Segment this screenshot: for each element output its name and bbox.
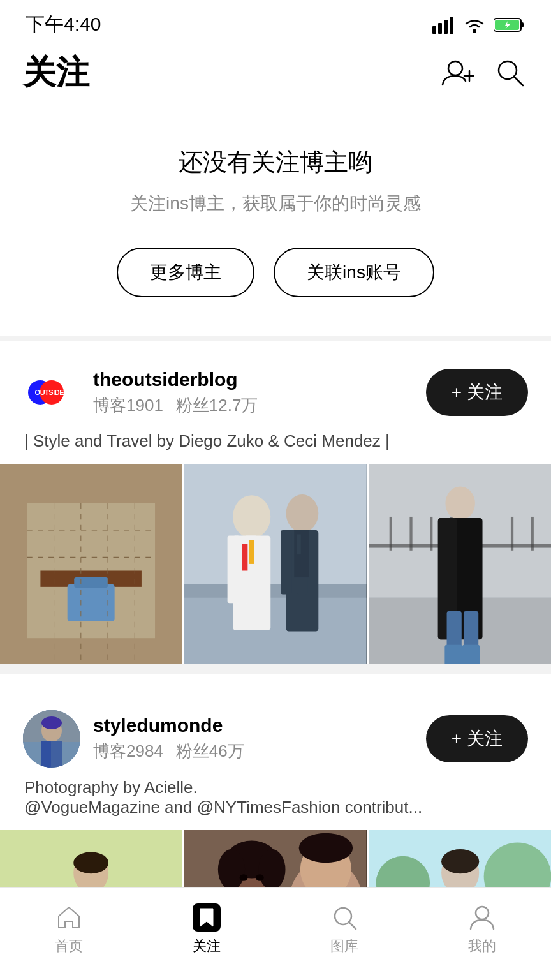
add-user-button[interactable] [439, 56, 477, 90]
blogger-fans-1: 粉丝46万 [176, 740, 244, 762]
svg-rect-1 [438, 23, 442, 34]
bottom-nav: 首页 关注 图库 我的 [0, 887, 551, 980]
blogger-posts-1: 博客2984 [93, 740, 163, 762]
svg-point-103 [476, 907, 489, 919]
svg-point-79 [259, 849, 286, 889]
svg-point-27 [233, 495, 270, 538]
blogger-name-row-0: theoutsiderblog 博客1901 粉丝12.7万 [93, 369, 258, 417]
svg-rect-17 [74, 577, 108, 588]
status-time: 下午4:40 [26, 11, 101, 38]
avatar-image-1 [23, 710, 80, 768]
page-title: 关注 [23, 50, 89, 95]
blog-image-0-0[interactable] [0, 464, 182, 664]
bookmark-active-bg [193, 903, 221, 932]
gallery-search-icon [330, 903, 358, 932]
follow-button-1[interactable]: + 关注 [426, 715, 528, 762]
svg-point-82 [299, 833, 353, 863]
battery-icon [494, 17, 525, 33]
nav-label-home: 首页 [55, 937, 83, 956]
svg-rect-43 [389, 517, 392, 551]
blogger-stats-0: 博客1901 粉丝12.7万 [93, 394, 258, 417]
blogger-info-1: styledumonde 博客2984 粉丝46万 [23, 710, 244, 768]
nav-item-my[interactable]: 我的 [455, 898, 509, 961]
svg-rect-2 [444, 20, 448, 34]
empty-buttons: 更多博主 关联ins账号 [26, 248, 525, 297]
svg-rect-31 [242, 544, 247, 570]
nav-item-follow[interactable]: 关注 [180, 898, 233, 961]
blogger-header-0: OUTSIDER theoutsiderblog 博客1901 粉丝12.7万 … [23, 364, 528, 421]
status-bar: 下午4:40 [0, 0, 551, 44]
section-divider-0 [0, 664, 551, 674]
svg-line-102 [349, 922, 356, 929]
header: 关注 [0, 44, 551, 108]
blogger-name-row-1: styledumonde 博客2984 粉丝46万 [93, 715, 244, 762]
svg-rect-0 [432, 26, 436, 34]
svg-point-98 [441, 849, 479, 873]
svg-rect-44 [409, 517, 412, 551]
svg-rect-37 [295, 530, 309, 577]
user-icon [468, 903, 496, 932]
svg-rect-25 [184, 464, 366, 584]
blogger-avatar-1[interactable] [23, 710, 80, 768]
svg-rect-56 [462, 645, 479, 664]
svg-point-83 [240, 874, 248, 881]
empty-state: 还没有关注博主哟 关注ins博主，获取属于你的时尚灵感 更多博主 关联ins账号 [0, 108, 551, 341]
svg-rect-6 [521, 22, 524, 27]
search-button[interactable] [492, 55, 528, 91]
blogger-fans-0: 粉丝12.7万 [176, 394, 258, 417]
svg-rect-3 [450, 17, 453, 34]
add-user-icon [441, 58, 474, 87]
svg-rect-32 [249, 540, 254, 564]
svg-rect-26 [184, 598, 366, 664]
blogger-card-0: OUTSIDER theoutsiderblog 博客1901 粉丝12.7万 … [0, 341, 551, 674]
nav-label-gallery: 图库 [330, 937, 358, 956]
more-bloggers-button[interactable]: 更多博主 [117, 248, 254, 297]
header-actions [439, 55, 528, 91]
blogger-username-0: theoutsiderblog [93, 369, 258, 390]
svg-rect-47 [511, 517, 513, 551]
blogger-info-0: OUTSIDER theoutsiderblog 博客1901 粉丝12.7万 [23, 364, 258, 421]
blogger-bio-0: | Style and Travel by Diego Zuko & Ceci … [23, 431, 528, 451]
svg-point-4 [473, 29, 476, 33]
svg-rect-61 [41, 741, 51, 768]
search-icon [495, 57, 525, 88]
blog-image-0-1[interactable] [184, 464, 366, 664]
fashion-photo-0-2 [369, 464, 551, 664]
svg-point-8 [448, 61, 462, 75]
empty-title: 还没有关注博主哟 [26, 146, 525, 179]
svg-point-62 [41, 716, 62, 729]
svg-rect-29 [228, 536, 240, 604]
status-icons [432, 16, 525, 34]
nav-item-gallery[interactable]: 图库 [318, 898, 371, 961]
empty-subtitle: 关注ins博主，获取属于你的时尚灵感 [26, 191, 525, 216]
fashion-photo-0-1 [184, 464, 366, 664]
blogger-posts-0: 博客1901 [93, 394, 163, 417]
nav-item-home[interactable]: 首页 [42, 898, 96, 961]
svg-rect-48 [531, 517, 533, 551]
blogger-bio-1: Photography by Acielle. @VogueMagazine a… [23, 778, 528, 817]
wifi-icon [463, 16, 486, 34]
nav-label-follow: 关注 [193, 937, 221, 956]
nav-label-my: 我的 [468, 937, 496, 956]
blogger-stats-1: 博客2984 粉丝46万 [93, 740, 244, 762]
blogger-header-1: styledumonde 博客2984 粉丝46万 + 关注 [23, 710, 528, 768]
blog-image-0-2[interactable] [369, 464, 551, 664]
svg-rect-35 [281, 530, 291, 594]
svg-rect-55 [444, 645, 462, 664]
outsider-text: OUTSIDER [35, 389, 69, 396]
svg-point-84 [256, 874, 264, 881]
svg-line-12 [514, 77, 523, 85]
home-icon [55, 903, 83, 932]
blogger-avatar-0[interactable]: OUTSIDER [23, 364, 80, 421]
bookmark-icon [198, 907, 216, 928]
svg-rect-38 [297, 534, 301, 554]
link-ins-button[interactable]: 关联ins账号 [274, 248, 434, 297]
svg-point-78 [218, 849, 245, 889]
svg-point-33 [286, 494, 319, 532]
svg-point-49 [445, 486, 475, 520]
follow-button-0[interactable]: + 关注 [426, 369, 528, 416]
blogger-images-0 [0, 464, 551, 664]
fashion-photo-0-0 [0, 464, 182, 664]
svg-rect-45 [430, 517, 432, 551]
signal-icon [432, 16, 455, 34]
